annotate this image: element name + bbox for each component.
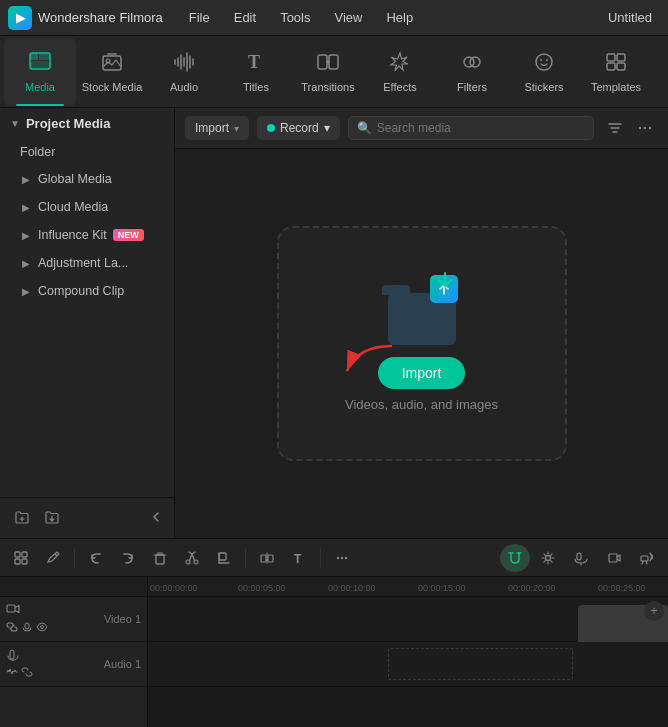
download-arrow-icon [434, 271, 456, 298]
redo-button[interactable] [113, 544, 143, 572]
toolbar-media[interactable]: Media [4, 38, 76, 106]
titles-icon: T [244, 51, 268, 77]
select-tool-button[interactable] [6, 544, 36, 572]
sidebar-item-cloud-media-label: Cloud Media [38, 200, 108, 214]
search-input[interactable] [377, 121, 585, 135]
more-options-button[interactable] [632, 115, 658, 141]
video-track-eye-icon[interactable] [36, 621, 48, 636]
toolbar-effects[interactable]: Effects [364, 38, 436, 106]
time-mark-5: 00:00:25:00 [598, 583, 646, 593]
timeline-separator-2 [245, 548, 246, 568]
sidebar-item-arrow: ▶ [22, 202, 30, 213]
video-button[interactable] [599, 544, 629, 572]
sidebar-item-cloud-media[interactable]: ▶ Cloud Media [0, 193, 174, 221]
svg-point-39 [345, 556, 347, 558]
menu-edit[interactable]: Edit [224, 6, 266, 29]
transitions-label: Transitions [301, 81, 354, 93]
text-button[interactable]: T [284, 544, 314, 572]
drop-zone-box: Import Videos, audio, and images [277, 226, 567, 461]
toolbar-audio[interactable]: Audio [148, 38, 220, 106]
menu-file[interactable]: File [179, 6, 220, 29]
stock-media-icon [100, 51, 124, 77]
effects-label: Effects [383, 81, 416, 93]
svg-rect-17 [617, 63, 625, 70]
video-track-camera-icon [6, 602, 20, 618]
sidebar-item-influence-kit[interactable]: ▶ Influence Kit NEW [0, 221, 174, 249]
sidebar-item-adjustment[interactable]: ▶ Adjustment La... [0, 249, 174, 277]
svg-line-44 [10, 625, 14, 629]
menu-tools[interactable]: Tools [270, 6, 320, 29]
svg-point-10 [470, 57, 480, 67]
import-folder-button[interactable] [40, 506, 64, 530]
svg-rect-34 [268, 555, 273, 562]
crop-button[interactable] [209, 544, 239, 572]
import-chevron-icon: ▾ [234, 123, 239, 134]
audio-button[interactable] [566, 544, 596, 572]
sidebar-project-media[interactable]: ▼ Project Media [0, 108, 174, 139]
svg-point-12 [540, 59, 542, 61]
sidebar-item-global-media-label: Global Media [38, 172, 112, 186]
filter-button[interactable] [602, 115, 628, 141]
speech-button[interactable] [632, 544, 662, 572]
toolbar-transitions[interactable]: Transitions [292, 38, 364, 106]
sidebar-folder[interactable]: Folder [0, 139, 174, 165]
split-button[interactable] [252, 544, 282, 572]
toolbar-titles[interactable]: T Titles [220, 38, 292, 106]
svg-rect-42 [641, 556, 648, 561]
filters-label: Filters [457, 81, 487, 93]
gear-button[interactable] [533, 544, 563, 572]
edit-tool-button[interactable] [38, 544, 68, 572]
video-track-audio-icon[interactable] [21, 621, 33, 636]
stock-media-label: Stock Media [82, 81, 143, 93]
svg-rect-14 [607, 54, 615, 61]
toolbar-templates[interactable]: Templates [580, 38, 652, 106]
undo-button[interactable] [81, 544, 111, 572]
titles-label: Titles [243, 81, 269, 93]
audio-1-label: Audio 1 [104, 658, 141, 670]
video-track-row: + [148, 597, 668, 642]
record-dot-icon [267, 124, 275, 132]
video-track-chain-icon[interactable] [6, 621, 18, 636]
svg-rect-26 [22, 552, 27, 557]
record-label: Record [280, 121, 319, 135]
audio-track-row [148, 642, 668, 687]
svg-rect-33 [261, 555, 266, 562]
zoom-plus-button[interactable]: + [644, 601, 664, 621]
video-track-icons [6, 621, 100, 636]
time-mark-1: 00:00:05:00 [238, 583, 286, 593]
stickers-label: Stickers [524, 81, 563, 93]
import-button[interactable]: Import ▾ [185, 116, 249, 140]
toolbar-stock-media[interactable]: Stock Media [76, 38, 148, 106]
toolbar-filters[interactable]: Filters [436, 38, 508, 106]
filters-icon [460, 51, 484, 77]
sidebar-item-compound-clip[interactable]: ▶ Compound Clip [0, 277, 174, 305]
menu-view[interactable]: View [324, 6, 372, 29]
svg-point-38 [341, 556, 343, 558]
search-box: 🔍 [348, 116, 594, 140]
drop-hint: Drag and drop media and effects here to [148, 719, 668, 727]
svg-point-11 [536, 54, 552, 70]
svg-rect-43 [7, 605, 15, 612]
toolbar-stickers[interactable]: Stickers [508, 38, 580, 106]
video-1-label: Video 1 [104, 613, 141, 625]
content-toolbar: Import ▾ Record ▾ 🔍 [175, 108, 668, 149]
delete-button[interactable] [145, 544, 175, 572]
new-badge: NEW [113, 229, 144, 241]
effects-icon [388, 51, 412, 77]
add-folder-button[interactable] [10, 506, 34, 530]
svg-rect-2 [39, 53, 50, 60]
record-button[interactable]: Record ▾ [257, 116, 340, 140]
menu-bar: ▶ Wondershare Filmora File Edit Tools Vi… [0, 0, 668, 36]
audio-track-wave-icon[interactable] [6, 666, 18, 681]
svg-point-23 [649, 127, 651, 129]
sidebar-item-global-media[interactable]: ▶ Global Media [0, 165, 174, 193]
sidebar-collapse-button[interactable] [148, 509, 164, 528]
import-label: Import [195, 121, 229, 135]
svg-rect-32 [219, 553, 226, 560]
audio-track-chain-icon[interactable] [21, 666, 33, 681]
magnet-button[interactable] [500, 544, 530, 572]
cut-button[interactable] [177, 544, 207, 572]
time-mark-3: 00:00:15:00 [418, 583, 466, 593]
menu-help[interactable]: Help [376, 6, 423, 29]
more-tools-button[interactable] [327, 544, 357, 572]
